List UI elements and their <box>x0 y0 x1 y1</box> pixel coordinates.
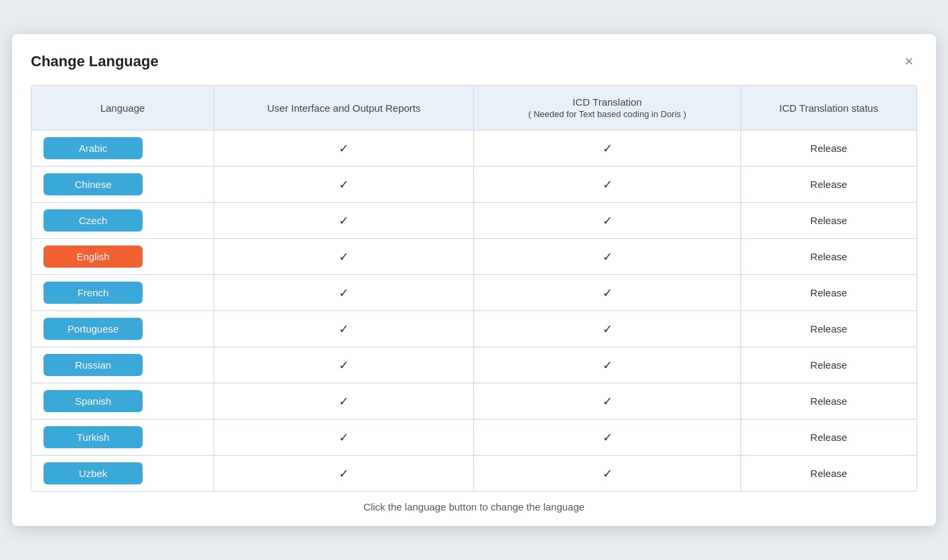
col-header-ui: User Interface and Output Reports <box>214 86 474 130</box>
language-cell: Czech <box>31 203 214 239</box>
change-language-dialog: Change Language × Language User Interfac… <box>12 34 936 526</box>
checkmark-ui: ✓ <box>339 395 349 408</box>
icd-check-cell: ✓ <box>474 311 741 347</box>
icd-check-cell: ✓ <box>474 239 741 275</box>
language-button-spanish[interactable]: Spanish <box>44 390 143 412</box>
table-header-row: Language User Interface and Output Repor… <box>31 86 917 130</box>
status-cell: Release <box>740 347 917 383</box>
icd-check-cell: ✓ <box>474 456 741 492</box>
language-button-czech[interactable]: Czech <box>44 209 143 231</box>
dialog-title: Change Language <box>31 53 159 70</box>
dialog-header: Change Language × <box>31 53 917 70</box>
checkmark-icd: ✓ <box>603 250 613 264</box>
checkmark-icd: ✓ <box>603 322 613 336</box>
table-row: Portuguese✓✓Release <box>31 311 917 347</box>
ui-check-cell: ✓ <box>214 167 474 203</box>
language-cell: Arabic <box>31 130 214 167</box>
language-button-english[interactable]: English <box>44 246 143 268</box>
checkmark-ui: ✓ <box>339 359 349 372</box>
icd-check-cell: ✓ <box>474 275 741 311</box>
checkmark-icd: ✓ <box>603 286 613 300</box>
ui-check-cell: ✓ <box>214 311 474 347</box>
language-cell: Spanish <box>31 383 214 419</box>
checkmark-icd: ✓ <box>603 467 613 480</box>
table-row: French✓✓Release <box>31 275 917 311</box>
ui-check-cell: ✓ <box>214 130 474 167</box>
table-row: Arabic✓✓Release <box>31 130 917 167</box>
icd-check-cell: ✓ <box>474 419 741 456</box>
ui-check-cell: ✓ <box>214 347 474 383</box>
language-cell: French <box>31 275 214 311</box>
language-table-wrap: Language User Interface and Output Repor… <box>31 85 917 492</box>
checkmark-icd: ✓ <box>603 395 613 408</box>
status-cell: Release <box>740 239 917 275</box>
language-cell: Chinese <box>31 167 214 203</box>
icd-check-cell: ✓ <box>474 167 741 203</box>
checkmark-icd: ✓ <box>603 431 613 444</box>
language-cell: English <box>31 239 214 275</box>
ui-check-cell: ✓ <box>214 203 474 239</box>
close-button[interactable]: × <box>900 53 917 70</box>
icd-check-cell: ✓ <box>474 347 741 383</box>
checkmark-ui: ✓ <box>339 142 349 155</box>
icd-check-cell: ✓ <box>474 383 741 419</box>
table-row: Russian✓✓Release <box>31 347 917 383</box>
checkmark-ui: ✓ <box>339 286 349 300</box>
col-header-language: Language <box>31 86 214 130</box>
status-cell: Release <box>740 203 917 239</box>
table-row: Turkish✓✓Release <box>31 419 917 456</box>
language-button-chinese[interactable]: Chinese <box>44 173 143 195</box>
ui-check-cell: ✓ <box>214 275 474 311</box>
language-button-uzbek[interactable]: Uzbek <box>44 462 143 484</box>
checkmark-ui: ✓ <box>339 322 349 336</box>
status-cell: Release <box>740 419 917 456</box>
table-row: Chinese✓✓Release <box>31 167 917 203</box>
language-button-turkish[interactable]: Turkish <box>44 426 143 448</box>
language-button-portuguese[interactable]: Portuguese <box>44 318 143 340</box>
checkmark-ui: ✓ <box>339 250 349 264</box>
col-header-status: ICD Translation status <box>740 86 917 130</box>
ui-check-cell: ✓ <box>214 383 474 419</box>
checkmark-icd: ✓ <box>603 359 613 372</box>
language-button-arabic[interactable]: Arabic <box>44 137 143 159</box>
status-cell: Release <box>740 383 917 419</box>
checkmark-ui: ✓ <box>339 431 349 444</box>
table-row: English✓✓Release <box>31 239 917 275</box>
language-table: Language User Interface and Output Repor… <box>31 86 917 491</box>
ui-check-cell: ✓ <box>214 456 474 492</box>
language-button-russian[interactable]: Russian <box>44 354 143 376</box>
language-cell: Portuguese <box>31 311 214 347</box>
language-button-french[interactable]: French <box>44 282 143 304</box>
table-row: Uzbek✓✓Release <box>31 456 917 492</box>
footer-note: Click the language button to change the … <box>31 501 917 512</box>
table-row: Spanish✓✓Release <box>31 383 917 419</box>
status-cell: Release <box>740 275 917 311</box>
checkmark-ui: ✓ <box>339 467 349 480</box>
status-cell: Release <box>740 456 917 492</box>
checkmark-ui: ✓ <box>339 214 349 227</box>
checkmark-icd: ✓ <box>603 178 613 191</box>
language-cell: Turkish <box>31 419 214 456</box>
language-cell: Uzbek <box>31 456 214 492</box>
checkmark-ui: ✓ <box>339 178 349 191</box>
icd-check-cell: ✓ <box>474 130 741 167</box>
status-cell: Release <box>740 130 917 167</box>
col-header-icd: ICD Translation( Needed for Text based c… <box>474 86 741 130</box>
checkmark-icd: ✓ <box>603 214 613 227</box>
icd-check-cell: ✓ <box>474 203 741 239</box>
ui-check-cell: ✓ <box>214 419 474 456</box>
status-cell: Release <box>740 167 917 203</box>
ui-check-cell: ✓ <box>214 239 474 275</box>
table-row: Czech✓✓Release <box>31 203 917 239</box>
status-cell: Release <box>740 311 917 347</box>
checkmark-icd: ✓ <box>603 142 613 155</box>
language-cell: Russian <box>31 347 214 383</box>
